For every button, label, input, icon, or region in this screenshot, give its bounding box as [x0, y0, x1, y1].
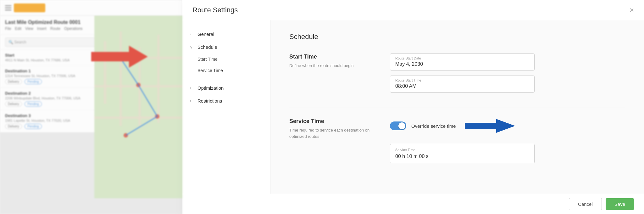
- blue-arrow: [465, 118, 515, 134]
- save-button[interactable]: Save: [606, 198, 634, 210]
- start-time-setting: Start Time Define when the route should …: [289, 54, 625, 93]
- route-start-date-field[interactable]: Route Start Date May 4, 2030: [390, 54, 535, 70]
- sidebar-subitem-start-time[interactable]: Start Time: [182, 54, 270, 65]
- hamburger-icon: [5, 5, 11, 10]
- route-start-time-value: 08:00 AM: [395, 83, 529, 89]
- start-time-desc: Define when the route should begin: [289, 63, 377, 69]
- service-time-field[interactable]: Service Time 00 h 10 m 00 s: [390, 144, 535, 163]
- menu-edit: Edit: [15, 26, 21, 31]
- modal-body: › General ∨ Schedule Start Time Service …: [182, 20, 644, 194]
- section-divider: [289, 108, 625, 108]
- sidebar-item-optimization-label: Optimization: [197, 85, 224, 91]
- sidebar-item-general-label: General: [197, 31, 214, 37]
- modal-header: Route Settings ×: [182, 0, 644, 20]
- svg-marker-13: [465, 119, 515, 133]
- toggle-knob: [398, 122, 405, 129]
- svg-rect-8: [94, 116, 182, 119]
- svg-marker-0: [91, 46, 148, 68]
- sidebar-subitem-service-time[interactable]: Service Time: [182, 65, 270, 76]
- modal-footer: Cancel Save: [182, 194, 644, 214]
- route-start-date-value: May 4, 2030: [395, 61, 529, 67]
- route-start-time-field[interactable]: Route Start Time 08:00 AM: [390, 76, 535, 93]
- route-settings-modal: Route Settings × › General ∨ Schedule St…: [182, 0, 644, 214]
- override-service-time-label: Override service time: [411, 123, 456, 129]
- service-time-field-value: 00 h 10 m 00 s: [395, 154, 529, 159]
- cancel-button[interactable]: Cancel: [569, 198, 602, 210]
- chevron-down-icon: ∨: [190, 45, 195, 49]
- sidebar-item-schedule[interactable]: ∨ Schedule: [182, 41, 270, 54]
- red-arrow: [91, 44, 148, 69]
- sidebar-item-schedule-label: Schedule: [197, 44, 217, 50]
- menu-file: File: [5, 26, 11, 31]
- chevron-right-icon: ›: [190, 32, 195, 37]
- start-time-setting-label: Start Time: [289, 54, 377, 60]
- sidebar-item-restrictions[interactable]: › Restrictions: [182, 94, 270, 107]
- start-time-label: Start Time: [197, 57, 218, 62]
- map-svg: [94, 16, 182, 198]
- route-start-date-label: Route Start Date: [395, 56, 529, 60]
- svg-rect-5: [157, 35, 160, 123]
- service-time-field-label: Service Time: [395, 148, 529, 152]
- service-time-setting: Service Time Time required to service ea…: [289, 118, 625, 163]
- menu-insert: Insert: [37, 26, 47, 31]
- override-service-time-row: Override service time: [390, 118, 515, 134]
- left-panel: Last Mile Optimized Route 0001 File Edit…: [0, 0, 182, 214]
- menu-view: View: [25, 26, 33, 31]
- chevron-right-icon-res: ›: [190, 99, 195, 103]
- map-area: [94, 16, 182, 198]
- menu-operations: Operations: [64, 26, 83, 31]
- chevron-right-icon-opt: ›: [190, 86, 195, 90]
- sidebar-item-restrictions-label: Restrictions: [197, 98, 222, 104]
- app-logo: [14, 3, 45, 12]
- sidebar-item-general[interactable]: › General: [182, 28, 270, 41]
- top-bar: [0, 0, 182, 16]
- service-time-desc: Time required to service each destinatio…: [289, 127, 377, 139]
- override-service-time-toggle[interactable]: [390, 121, 406, 130]
- route-start-time-label: Route Start Time: [395, 78, 529, 82]
- modal-close-button[interactable]: ×: [630, 6, 634, 14]
- section-title: Schedule: [289, 33, 625, 41]
- modal-sidebar: › General ∨ Schedule Start Time Service …: [182, 20, 270, 194]
- service-time-setting-label: Service Time: [289, 118, 377, 125]
- modal-content-area: Schedule Start Time Define when the rout…: [270, 20, 644, 194]
- service-time-label: Service Time: [197, 68, 223, 73]
- modal-title: Route Settings: [192, 6, 238, 14]
- sidebar-item-optimization[interactable]: › Optimization: [182, 82, 270, 94]
- menu-route: Route: [50, 26, 60, 31]
